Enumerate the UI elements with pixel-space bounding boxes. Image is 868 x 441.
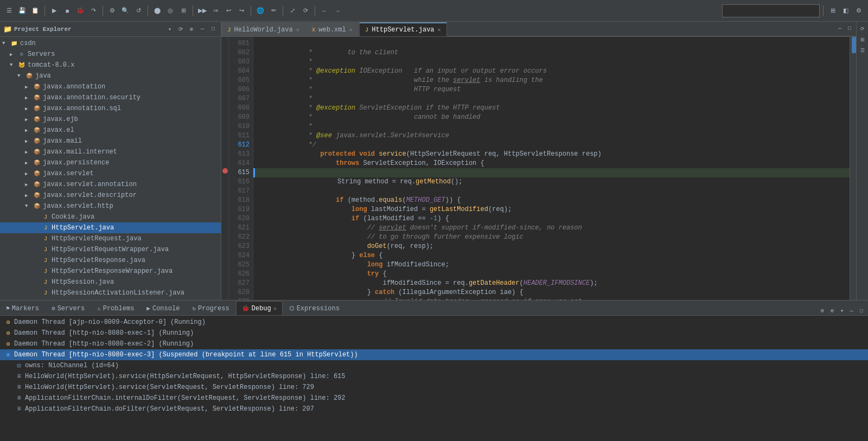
right-btn-3[interactable]: ☰ xyxy=(858,46,867,55)
label-javax-servlet-annotation: javax.servlet.annotation xyxy=(43,181,137,188)
tree-item-httpsession[interactable]: J HttpSession.java xyxy=(0,277,221,287)
debug-maximize-btn[interactable]: □ xyxy=(857,306,866,315)
toolbar-btn-16[interactable]: ✏ xyxy=(267,5,279,17)
bottom-tab-console[interactable]: ▶ Console xyxy=(141,301,186,315)
tree-item-httpsessionactivationlistener[interactable]: J HttpSessionActivationListener.java xyxy=(0,287,221,298)
ln-617: 617 xyxy=(232,187,250,196)
code-line-616 xyxy=(253,177,850,187)
code-content[interactable]: * to the client * * @exception IOExcepti… xyxy=(253,37,850,300)
toolbar-btn-10[interactable]: ⊞ xyxy=(177,5,189,17)
right-btn-2[interactable]: ⊞ xyxy=(858,35,867,44)
new-btn[interactable]: ⊕ xyxy=(187,25,196,34)
tree-item-httpservletrequest[interactable]: J HttpServletRequest.java xyxy=(0,233,221,244)
minimize-btn[interactable]: — xyxy=(198,25,207,34)
tree-item-javax-el[interactable]: ▶ 📦 javax.el xyxy=(0,125,221,136)
toolbar-btn-7[interactable]: ↺ xyxy=(132,5,144,17)
tree-item-javax-persistence[interactable]: ▶ 📦 javax.persistence xyxy=(0,157,221,168)
sync-btn[interactable]: ⟳ xyxy=(176,25,185,34)
debug-close[interactable]: ✕ xyxy=(273,305,277,312)
tab-close-webxml[interactable]: ✕ xyxy=(349,27,353,33)
toolbar-btn-9[interactable]: ◎ xyxy=(164,5,176,17)
debug-frame-1[interactable]: ≡ HelloWorld(HttpServlet).service(HttpSe… xyxy=(0,371,868,382)
tab-close-helloworld[interactable]: ✕ xyxy=(296,27,299,33)
debug-minimize-btn[interactable]: — xyxy=(847,306,856,315)
tab-webxml[interactable]: X web.xml ✕ xyxy=(306,22,359,36)
toolbar-btn-18[interactable]: ⟳ xyxy=(299,5,311,17)
toolbar-btn-11[interactable]: ▶▶ xyxy=(196,5,208,17)
collapse-btn[interactable]: ▾ xyxy=(165,25,174,34)
right-btn-1[interactable]: ⟳ xyxy=(858,24,867,34)
code-line-622: doGet(req, resp); xyxy=(253,233,850,242)
tree-item-javax-servlet-descriptor[interactable]: ▶ 📦 javax.servlet.descriptor xyxy=(0,190,221,201)
tree-item-javax-servlet[interactable]: ▶ 📦 javax.servlet xyxy=(0,168,221,179)
tree-item-javax-annotation[interactable]: ▶ 📦 javax.annotation xyxy=(0,81,221,92)
debug-thread-3[interactable]: ⊙ Daemon Thread [http-nio-8080-exec-2] (… xyxy=(0,338,868,349)
bottom-tab-servers[interactable]: ⚙ Servers xyxy=(46,301,91,315)
toolbar-btn-6[interactable]: 🔍 xyxy=(119,5,131,17)
debug-thread-2[interactable]: ⊙ Daemon Thread [http-nio-8080-exec-1] (… xyxy=(0,328,868,338)
tree-item-javax-mail[interactable]: ▶ 📦 javax.mail xyxy=(0,136,221,146)
tree-item-servers[interactable]: ▶ ⚙ Servers xyxy=(0,49,221,60)
bottom-tab-markers[interactable]: ⚑ Markers xyxy=(0,301,45,315)
debug-menu-btn[interactable]: ⊕ xyxy=(828,306,837,315)
toolbar-btn-12[interactable]: ⇒ xyxy=(209,5,221,17)
tree-item-httpservlet[interactable]: J HttpServlet.java xyxy=(0,222,221,233)
toolbar-btn-3[interactable]: 📋 xyxy=(29,5,41,17)
bottom-tab-problems[interactable]: ⚠ Problems xyxy=(91,301,140,315)
toolbar-btn-perspective2[interactable]: ◧ xyxy=(840,5,852,17)
toolbar-btn-1[interactable]: ☰ xyxy=(3,5,15,17)
toolbar-btn-17[interactable]: ⤢ xyxy=(286,5,298,17)
tab-minimize[interactable]: — xyxy=(835,24,844,33)
bottom-tab-expressions[interactable]: ⌬ Expressions xyxy=(283,301,346,315)
toolbar-btn-perspective[interactable]: ⊞ xyxy=(827,5,839,17)
toolbar-btn-20[interactable]: → xyxy=(331,5,343,17)
code-line-618: long lastModified = getLastModified(req)… xyxy=(253,196,850,205)
maximize-btn[interactable]: □ xyxy=(209,25,218,34)
toolbar-btn-save[interactable]: 💾 xyxy=(16,5,28,17)
toolbar-btn-19[interactable]: ← xyxy=(318,5,330,17)
toolbar-btn-step[interactable]: ↷ xyxy=(87,5,99,17)
thread-icon-4: ⊛ xyxy=(4,351,12,359)
tree-item-httpservletresponsewrapper[interactable]: J HttpServletResponseWrapper.java xyxy=(0,266,221,277)
tree-item-javax-annotation-sql[interactable]: ▶ 📦 javax.annotation.sql xyxy=(0,103,221,114)
label-httpservletresponse: HttpServletResponse.java xyxy=(52,257,145,264)
debug-thread-1[interactable]: ⊙ Daemon Thread [ajp-nio-8009-Acceptor-0… xyxy=(0,317,868,328)
toolbar-btn-15[interactable]: 🌐 xyxy=(254,5,266,17)
tab-httpservlet[interactable]: J HttpServlet.java ✕ xyxy=(359,22,447,36)
toolbar-btn-13[interactable]: ↩ xyxy=(222,5,234,17)
toolbar-btn-8[interactable]: ⬤ xyxy=(151,5,163,17)
bottom-tab-progress[interactable]: ↻ Progress xyxy=(186,301,235,315)
quick-access-input[interactable]: Quick Access xyxy=(722,4,820,17)
toolbar-btn-stop[interactable]: ■ xyxy=(61,5,73,17)
tree-item-httpservletrequestwrapper[interactable]: J HttpServletRequestWrapper.java xyxy=(0,244,221,255)
minimap-scrollbar[interactable] xyxy=(850,37,856,300)
debug-thread-4[interactable]: ⊛ Daemon Thread [http-nio-8080-exec-3] (… xyxy=(0,349,868,360)
toolbar-btn-debug[interactable]: 🐞 xyxy=(74,5,86,17)
tree-item-tomcat[interactable]: ▼ 🐱 tomcat-8.0.x xyxy=(0,60,221,71)
debug-owns[interactable]: ⊡ owns: NioChannel (id=64) xyxy=(0,360,868,371)
tree-item-httpservletresponse[interactable]: J HttpServletResponse.java xyxy=(0,255,221,266)
tab-maximize[interactable]: □ xyxy=(845,24,854,33)
toolbar-btn-5[interactable]: ⚙ xyxy=(106,5,118,17)
debug-frame-3[interactable]: ≡ ApplicationFilterChain.internalDoFilte… xyxy=(0,393,868,404)
toolbar-btn-14[interactable]: ↪ xyxy=(235,5,247,17)
tree-item-javax-ejb[interactable]: ▶ 📦 javax.ejb xyxy=(0,114,221,125)
debug-frame-2[interactable]: ≡ HelloWorld(HttpServlet).service(Servle… xyxy=(0,382,868,393)
tree-item-javax-servlet-annotation[interactable]: ▶ 📦 javax.servlet.annotation xyxy=(0,179,221,190)
tree-item-csdn[interactable]: ▼ 📁 csdn xyxy=(0,38,221,49)
tab-close-httpservlet[interactable]: ✕ xyxy=(438,27,441,33)
tree-item-cookie[interactable]: J Cookie.java xyxy=(0,212,221,222)
toolbar-btn-run[interactable]: ▶ xyxy=(48,5,60,17)
bottom-tab-debug[interactable]: 🐞 Debug ✕ xyxy=(236,301,283,315)
tree-item-javax-servlet-http[interactable]: ▼ 📦 javax.servlet.http xyxy=(0,201,221,212)
debug-settings-btn[interactable]: ⚙ xyxy=(818,306,827,315)
debug-frame-4[interactable]: ≡ ApplicationFilterChain.doFilter(Servle… xyxy=(0,404,868,414)
main-layout: 📁 Project Explorer ▾ ⟳ ⊕ — □ ▼ 📁 csdn ▶ … xyxy=(0,22,868,441)
tab-helloworld[interactable]: J HelloWorld.java ✕ xyxy=(221,22,305,36)
tree-item-java[interactable]: ▼ 📦 java xyxy=(0,71,221,81)
tree-item-javax-mail-internet[interactable]: ▶ 📦 javax.mail.internet xyxy=(0,146,221,157)
debug-collapse-btn[interactable]: ▾ xyxy=(838,306,846,315)
arrow-javax-servlet-descriptor: ▶ xyxy=(25,193,33,199)
tree-item-javax-annotation-security[interactable]: ▶ 📦 javax.annotation.security xyxy=(0,92,221,103)
toolbar-btn-settings[interactable]: ⚙ xyxy=(853,5,865,17)
